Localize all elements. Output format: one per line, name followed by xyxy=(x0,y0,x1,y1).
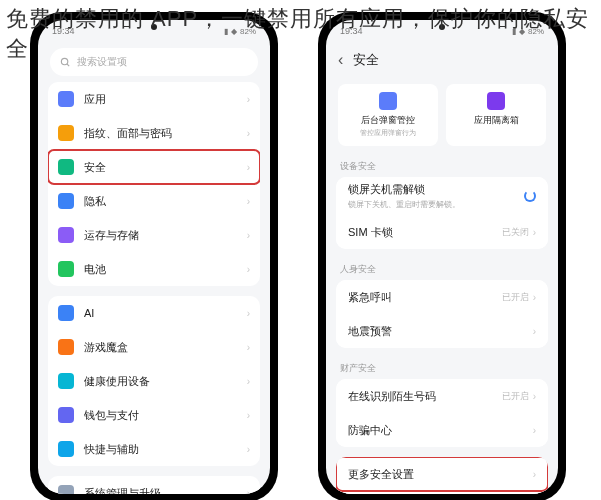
row-label: 更多安全设置 xyxy=(348,467,533,482)
row-label: 在线识别陌生号码 xyxy=(348,389,502,404)
row-icon xyxy=(58,261,74,277)
row-icon xyxy=(58,125,74,141)
row-label: 钱包与支付 xyxy=(84,408,247,423)
row-text: 锁屏关机需解锁锁屏下关机、重启时需要解锁。 xyxy=(348,182,524,210)
chevron-right-icon: › xyxy=(247,230,250,241)
row-label: 紧急呼叫 xyxy=(348,290,502,305)
row-label: SIM 卡锁 xyxy=(348,225,502,240)
row-icon xyxy=(58,227,74,243)
screen-right: 19:34 ▮ ◆ 82% ‹ 安全 后台弹窗管控管控应用弹窗行为应用隔离箱 设… xyxy=(326,20,558,494)
chevron-right-icon: › xyxy=(247,488,250,495)
security-row[interactable]: 防骗中心› xyxy=(336,413,548,447)
chevron-right-icon: › xyxy=(247,410,250,421)
settings-row[interactable]: 钱包与支付› xyxy=(48,398,260,432)
security-row[interactable]: 其他安全特征介绍› xyxy=(336,491,548,494)
chevron-right-icon: › xyxy=(533,227,536,238)
row-label: 运存与存储 xyxy=(84,228,247,243)
row-label: 锁屏关机需解锁 xyxy=(348,182,524,197)
settings-row[interactable]: 系统管理与升级› xyxy=(48,476,260,494)
chevron-right-icon: › xyxy=(533,425,536,436)
settings-group: AI›游戏魔盒›健康使用设备›钱包与支付›快捷与辅助› xyxy=(48,296,260,466)
section-group: 锁屏关机需解锁锁屏下关机、重启时需要解锁。SIM 卡锁已关闭› xyxy=(336,177,548,249)
phone-right: 19:34 ▮ ◆ 82% ‹ 安全 后台弹窗管控管控应用弹窗行为应用隔离箱 设… xyxy=(318,12,566,500)
row-icon xyxy=(58,441,74,457)
chevron-right-icon: › xyxy=(533,469,536,480)
feature-card[interactable]: 后台弹窗管控管控应用弹窗行为 xyxy=(338,84,438,146)
feature-cards: 后台弹窗管控管控应用弹窗行为应用隔离箱 xyxy=(338,84,546,146)
security-row[interactable]: 锁屏关机需解锁锁屏下关机、重启时需要解锁。 xyxy=(336,177,548,215)
settings-row[interactable]: AI› xyxy=(48,296,260,330)
chevron-right-icon: › xyxy=(247,162,250,173)
row-icon xyxy=(58,407,74,423)
row-status: 已关闭 xyxy=(502,226,529,239)
card-icon xyxy=(487,92,505,110)
settings-row[interactable]: 游戏魔盒› xyxy=(48,330,260,364)
security-row[interactable]: 更多安全设置› xyxy=(336,457,548,491)
row-text: 紧急呼叫 xyxy=(348,290,502,305)
feature-card[interactable]: 应用隔离箱 xyxy=(446,84,546,146)
svg-line-1 xyxy=(67,63,69,65)
settings-row[interactable]: 指纹、面部与密码› xyxy=(48,116,260,150)
chevron-right-icon: › xyxy=(533,326,536,337)
section-title: 人身安全 xyxy=(326,259,558,280)
row-status: 已开启 xyxy=(502,390,529,403)
chevron-right-icon: › xyxy=(247,308,250,319)
row-icon xyxy=(58,485,74,494)
row-status: 已开启 xyxy=(502,291,529,304)
security-row[interactable]: SIM 卡锁已关闭› xyxy=(336,215,548,249)
chevron-right-icon: › xyxy=(247,128,250,139)
row-icon xyxy=(58,193,74,209)
row-label: 游戏魔盒 xyxy=(84,340,247,355)
chevron-right-icon: › xyxy=(533,391,536,402)
row-text: 更多安全设置 xyxy=(348,467,533,482)
settings-row[interactable]: 健康使用设备› xyxy=(48,364,260,398)
row-label: 快捷与辅助 xyxy=(84,442,247,457)
card-subtitle: 管控应用弹窗行为 xyxy=(360,128,416,138)
settings-row[interactable]: 电池› xyxy=(48,252,260,286)
row-label: 应用 xyxy=(84,92,247,107)
security-list[interactable]: 设备安全锁屏关机需解锁锁屏下关机、重启时需要解锁。SIM 卡锁已关闭›人身安全紧… xyxy=(326,156,558,494)
row-text: 地震预警 xyxy=(348,324,533,339)
section-group: 紧急呼叫已开启›地震预警› xyxy=(336,280,548,348)
settings-group: 系统管理与升级› xyxy=(48,476,260,494)
settings-row[interactable]: 安全› xyxy=(48,150,260,184)
section-title: 财产安全 xyxy=(326,358,558,379)
chevron-right-icon: › xyxy=(247,196,250,207)
settings-row[interactable]: 应用› xyxy=(48,82,260,116)
section-group: 在线识别陌生号码已开启›防骗中心› xyxy=(336,379,548,447)
row-label: AI xyxy=(84,307,247,319)
row-label: 指纹、面部与密码 xyxy=(84,126,247,141)
chevron-right-icon: › xyxy=(247,342,250,353)
chevron-right-icon: › xyxy=(247,376,250,387)
row-icon xyxy=(58,373,74,389)
screen-left: 19:34 ▮ ◆ 82% 搜索设置项 应用›指纹、面部与密码›安全›隐私›运存… xyxy=(38,20,270,494)
row-label: 安全 xyxy=(84,160,247,175)
row-icon xyxy=(58,159,74,175)
row-icon xyxy=(58,91,74,107)
chevron-right-icon: › xyxy=(533,292,536,303)
security-row[interactable]: 在线识别陌生号码已开启› xyxy=(336,379,548,413)
settings-row[interactable]: 运存与存储› xyxy=(48,218,260,252)
row-label: 电池 xyxy=(84,262,247,277)
settings-list[interactable]: 应用›指纹、面部与密码›安全›隐私›运存与存储›电池›AI›游戏魔盒›健康使用设… xyxy=(38,82,270,494)
settings-row[interactable]: 隐私› xyxy=(48,184,260,218)
row-text: SIM 卡锁 xyxy=(348,225,502,240)
phone-left: 19:34 ▮ ◆ 82% 搜索设置项 应用›指纹、面部与密码›安全›隐私›运存… xyxy=(30,12,278,500)
article-title: 免费的禁用的 APP，一键禁用所有应用，保护你的隐私安全 xyxy=(6,4,596,63)
row-text: 防骗中心 xyxy=(348,423,533,438)
card-label: 应用隔离箱 xyxy=(474,114,519,127)
security-row[interactable]: 地震预警› xyxy=(336,314,548,348)
settings-group: 应用›指纹、面部与密码›安全›隐私›运存与存储›电池› xyxy=(48,82,260,286)
card-label: 后台弹窗管控 xyxy=(361,114,415,127)
section-title: 设备安全 xyxy=(326,156,558,177)
row-label: 隐私 xyxy=(84,194,247,209)
settings-row[interactable]: 快捷与辅助› xyxy=(48,432,260,466)
row-icon xyxy=(58,339,74,355)
chevron-right-icon: › xyxy=(247,94,250,105)
card-icon xyxy=(379,92,397,110)
security-row[interactable]: 紧急呼叫已开启› xyxy=(336,280,548,314)
row-text: 在线识别陌生号码 xyxy=(348,389,502,404)
row-label: 系统管理与升级 xyxy=(84,486,247,495)
loading-spinner-icon xyxy=(524,190,536,202)
row-label: 防骗中心 xyxy=(348,423,533,438)
